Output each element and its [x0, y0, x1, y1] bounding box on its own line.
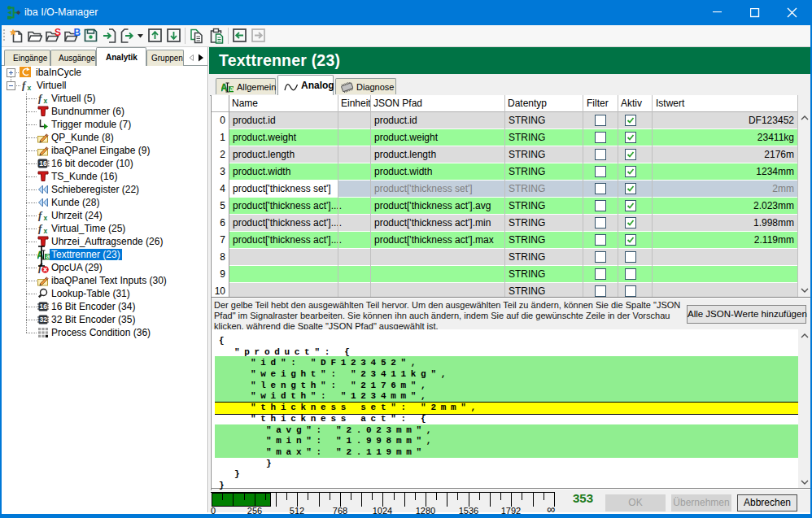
svg-text:S: S — [55, 28, 61, 38]
svg-text:B: B — [74, 28, 81, 38]
